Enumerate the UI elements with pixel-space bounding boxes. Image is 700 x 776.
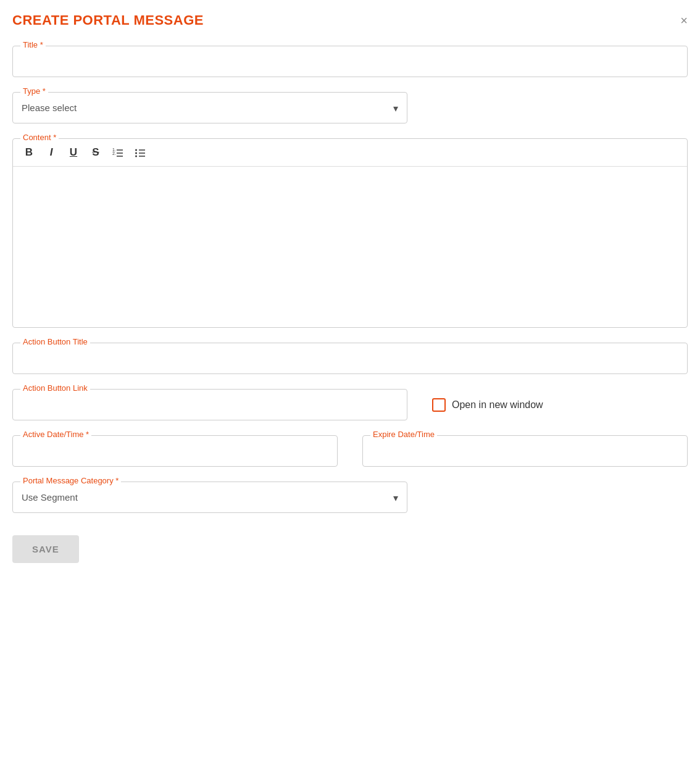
type-label: Type * [20,86,48,96]
open-new-window-checkbox[interactable] [432,398,446,412]
action-button-title-input[interactable] [22,349,678,367]
svg-point-7 [135,156,137,157]
editor-toolbar: B I U S 1. 2. [13,139,687,167]
action-button-link-input[interactable] [22,396,398,414]
type-select[interactable]: Please select Info Warning Alert [22,99,398,117]
open-new-window-label: Open in new window [452,399,543,411]
title-label: Title * [20,40,46,49]
content-editor[interactable] [13,167,687,327]
svg-text:2.: 2. [112,151,116,156]
title-input[interactable] [22,52,678,70]
active-datetime-input[interactable] [22,442,328,460]
bold-button[interactable]: B [20,144,38,161]
underline-button[interactable]: U [65,144,82,161]
strikethrough-button[interactable]: S [87,144,104,161]
action-button-title-label: Action Button Title [20,337,90,346]
content-label: Content * [20,133,59,142]
close-icon[interactable]: × [680,14,688,28]
active-datetime-label: Active Date/Time * [20,430,91,439]
action-button-link-label: Action Button Link [20,383,90,393]
italic-button[interactable]: I [43,144,60,161]
page-title: CREATE PORTAL MESSAGE [12,12,204,28]
svg-point-5 [135,149,137,151]
category-select[interactable]: Use Segment General Segment Specific [22,488,398,506]
category-label: Portal Message Category * [20,476,121,485]
svg-point-6 [135,152,137,154]
expire-datetime-label: Expire Date/Time [370,430,437,439]
unordered-list-button[interactable] [131,144,149,161]
save-button[interactable]: SAVE [12,535,79,563]
ordered-list-button[interactable]: 1. 2. [109,144,127,161]
expire-datetime-input[interactable] [372,442,678,460]
